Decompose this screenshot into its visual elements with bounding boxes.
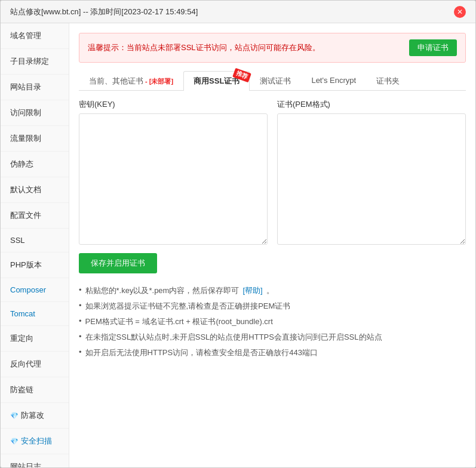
tip-3: PEM格式证书 = 域名证书.crt + 根证书(root_bundle).cr… <box>79 314 466 330</box>
sidebar-label-fangdaolian: 防盗链 <box>10 384 33 395</box>
sidebar-label-composer: Composer <box>10 285 46 294</box>
sidebar-item-chongdingxiang[interactable]: 重定向 <box>1 326 69 352</box>
tips-list: 粘贴您的*.key以及*.pem内容，然后保存即可[帮助]。 如果浏览器提示证书… <box>79 283 466 361</box>
sidebar-icon-fangaishu: 💎 <box>10 412 19 420</box>
pem-label: 证书(PEM格式) <box>277 99 466 110</box>
sidebar-item-zimulu[interactable]: 子目录绑定 <box>1 49 69 75</box>
tab-current[interactable]: 当前、其他证书 - [未部署] <box>79 71 183 91</box>
key-label: 密钥(KEY) <box>79 99 268 110</box>
sidebar-item-phpban[interactable]: PHP版本 <box>1 253 69 278</box>
sidebar-label-yuming: 域名管理 <box>10 30 41 41</box>
sidebar-label-fangaishu: 防篡改 <box>21 410 44 421</box>
sidebar-label-phpban: PHP版本 <box>10 260 42 270</box>
sidebar-item-zhandianrizhi[interactable]: 网站日志 <box>1 454 69 467</box>
sidebar-item-fangdaolian[interactable]: 防盗链 <box>1 377 69 403</box>
sidebar-item-fangwen[interactable]: 访问限制 <box>1 100 69 126</box>
sidebar-label-fanxiang: 反向代理 <box>10 359 41 370</box>
alert-bar: 温馨提示：当前站点未部署SSL证书访问，站点访问可能存在风险。 申请证书 <box>79 33 466 63</box>
sidebar-label-morenwendang: 默认文档 <box>10 184 41 195</box>
tip-1: 粘贴您的*.key以及*.pem内容，然后保存即可[帮助]。 <box>79 283 466 298</box>
sidebar-label-zhandianrizhi: 网站日志 <box>10 461 41 467</box>
tab-current-suffix: - [未部署] <box>143 78 173 85</box>
tab-certfolder-label: 证书夹 <box>376 76 400 85</box>
tab-commercial[interactable]: 商用SSL证书 推荐 <box>183 71 250 91</box>
tip-2: 如果浏览器提示证书链不完整,请检查是否正确拼接PEM证书 <box>79 298 466 314</box>
help-link[interactable]: [帮助] <box>242 285 262 296</box>
tab-letsencrypt-label: Let's Encrypt <box>311 76 356 85</box>
sidebar-item-ssl[interactable]: SSL <box>1 229 69 253</box>
sidebar-item-tomcat[interactable]: Tomcat <box>1 302 69 326</box>
sidebar-item-fangaishu[interactable]: 💎防篡改 <box>1 403 69 429</box>
key-field: 密钥(KEY) <box>79 99 268 245</box>
pem-field: 证书(PEM格式) <box>277 99 466 245</box>
sidebar-label-ssl: SSL <box>10 236 25 245</box>
sidebar-label-peizhi: 配置文件 <box>10 210 41 221</box>
tip-2-text: 如果浏览器提示证书链不完整,请检查是否正确拼接PEM证书 <box>85 301 291 312</box>
sidebar-item-fanxiang[interactable]: 反向代理 <box>1 352 69 377</box>
alert-text: 温馨提示：当前站点未部署SSL证书访问，站点访问可能存在风险。 <box>88 42 402 53</box>
sidebar-label-liuliang: 流量限制 <box>10 133 41 144</box>
save-cert-button[interactable]: 保存并启用证书 <box>79 253 157 273</box>
tab-certfolder[interactable]: 证书夹 <box>366 71 410 91</box>
tab-commercial-label: 商用SSL证书 <box>194 76 239 85</box>
apply-cert-button[interactable]: 申请证书 <box>409 39 457 56</box>
tip-3-text: PEM格式证书 = 域名证书.crt + 根证书(root_bundle).cr… <box>85 316 273 327</box>
tab-letsencrypt[interactable]: Let's Encrypt <box>301 71 366 91</box>
sidebar-label-chongdingxiang: 重定向 <box>10 333 33 344</box>
tip-4-text: 在未指定SSL默认站点时,未开启SSL的站点使用HTTPS会直接访问到已开启SS… <box>85 332 382 343</box>
sidebar-label-anquan: 安全扫描 <box>21 436 52 447</box>
content-area: 温馨提示：当前站点未部署SSL证书访问，站点访问可能存在风险。 申请证书 当前、… <box>69 23 475 467</box>
modal-body: 域名管理子目录绑定网站目录访问限制流量限制伪静态默认文档配置文件SSLPHP版本… <box>1 23 475 467</box>
pem-textarea[interactable] <box>277 113 466 245</box>
tip-1-text: 粘贴您的*.key以及*.pem内容，然后保存即可 <box>85 285 239 296</box>
sidebar-item-peizhi[interactable]: 配置文件 <box>1 203 69 229</box>
sidebar-item-yuming[interactable]: 域名管理 <box>1 23 69 49</box>
tab-test-label: 测试证书 <box>260 76 291 85</box>
sidebar-label-weijingtai: 伪静态 <box>10 159 33 170</box>
sidebar-item-weijingtai[interactable]: 伪静态 <box>1 152 69 177</box>
sidebar-item-zhandianmulu[interactable]: 网站目录 <box>1 75 69 100</box>
sidebar-label-fangwen: 访问限制 <box>10 107 41 118</box>
sidebar: 域名管理子目录绑定网站目录访问限制流量限制伪静态默认文档配置文件SSLPHP版本… <box>1 23 69 467</box>
tabs-container: 当前、其他证书 - [未部署] 商用SSL证书 推荐 测试证书 Let's En… <box>79 71 466 91</box>
sidebar-item-liuliang[interactable]: 流量限制 <box>1 126 69 152</box>
key-textarea[interactable] <box>79 113 268 245</box>
modal-header: 站点修改[www.bt.cn] -- 添加时间[2023-02-17 15:49… <box>1 1 475 23</box>
tip-5: 如开启后无法使用HTTPS访问，请检查安全组是否正确放行443端口 <box>79 345 466 361</box>
tip-5-text: 如开启后无法使用HTTPS访问，请检查安全组是否正确放行443端口 <box>85 347 318 358</box>
tip-4: 在未指定SSL默认站点时,未开启SSL的站点使用HTTPS会直接访问到已开启SS… <box>79 330 466 345</box>
sidebar-label-zhandianmulu: 网站目录 <box>10 82 41 93</box>
tab-current-label: 当前、其他证书 <box>89 76 143 85</box>
sidebar-item-morenwendang[interactable]: 默认文档 <box>1 177 69 203</box>
sidebar-item-composer[interactable]: Composer <box>1 278 69 302</box>
tab-test[interactable]: 测试证书 <box>250 71 301 91</box>
sidebar-icon-anquan: 💎 <box>10 438 19 445</box>
modal-container: 站点修改[www.bt.cn] -- 添加时间[2023-02-17 15:49… <box>0 0 476 468</box>
sidebar-item-anquan[interactable]: 💎安全扫描 <box>1 429 69 454</box>
close-button[interactable]: ✕ <box>454 6 466 18</box>
sidebar-label-tomcat: Tomcat <box>10 309 35 318</box>
sidebar-label-zimulu: 子目录绑定 <box>10 56 49 67</box>
cert-form: 密钥(KEY) 证书(PEM格式) <box>79 99 466 245</box>
modal-title: 站点修改[www.bt.cn] -- 添加时间[2023-02-17 15:49… <box>10 7 198 17</box>
